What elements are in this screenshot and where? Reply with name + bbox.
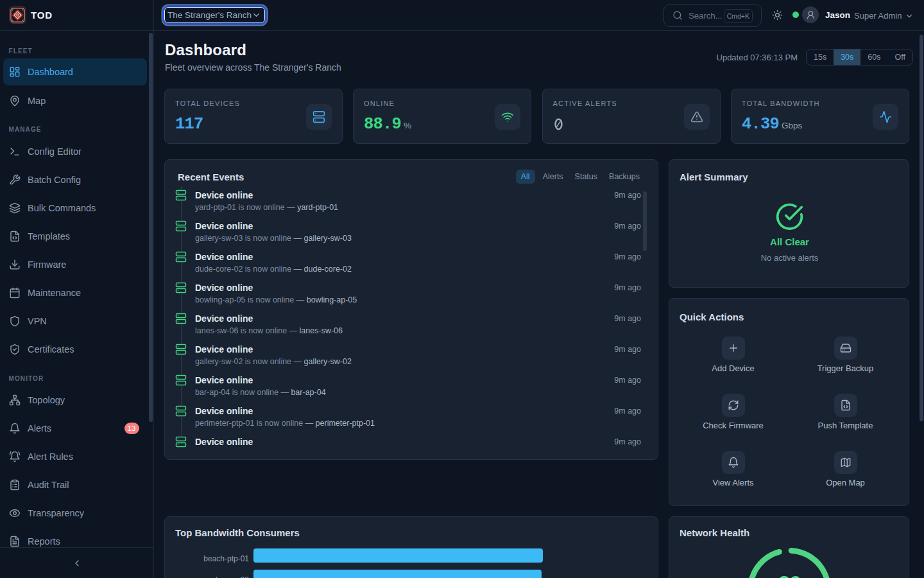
svg-text:89: 89 xyxy=(778,572,801,578)
